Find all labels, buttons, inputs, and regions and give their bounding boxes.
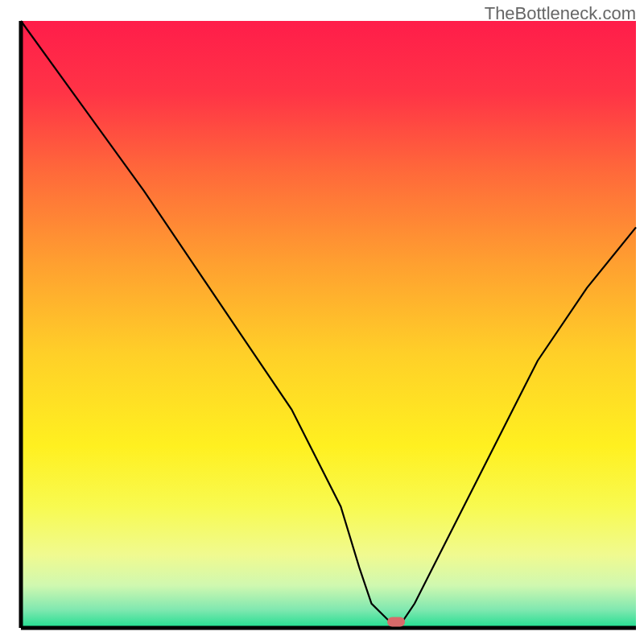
bottleneck-chart	[0, 0, 644, 644]
watermark-text: TheBottleneck.com	[485, 3, 636, 24]
chart-container: TheBottleneck.com	[0, 0, 644, 644]
optimum-marker	[387, 617, 405, 626]
plot-background	[21, 21, 636, 628]
